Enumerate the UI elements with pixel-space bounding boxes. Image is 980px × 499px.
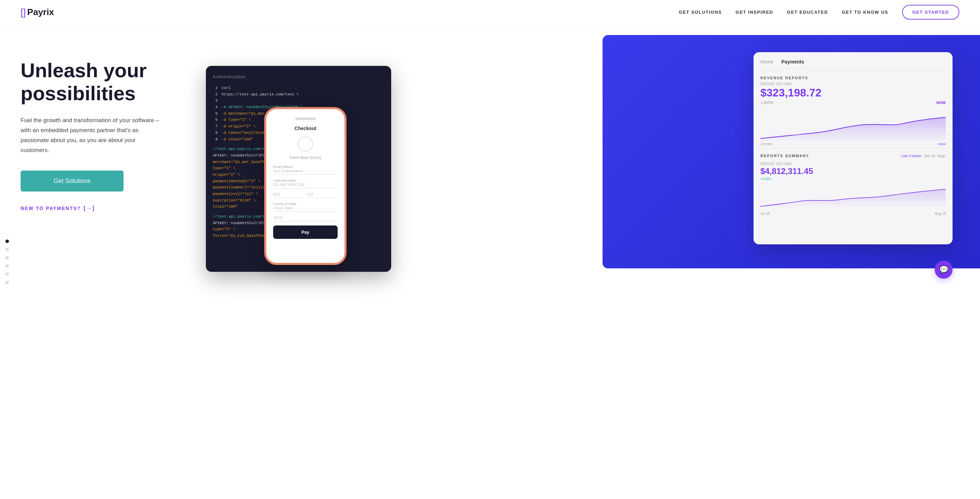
expiry-field[interactable]: 9/25 [273,193,303,198]
nav-links: GET SOLUTIONS GET INSPIRED GET EDUCATED … [679,5,959,19]
chart-start-date: Jul 18 [760,212,770,215]
reports-filters: Last 4 weeks July 18 - Augu [901,154,946,158]
new-to-payments-text: NEW TO PAYMENTS? [21,206,81,211]
nav-get-solutions[interactable]: GET SOLUTIONS [679,10,722,15]
nav-get-educated[interactable]: GET EDUCATED [787,10,828,15]
get-solutions-button[interactable]: Get Solutions [21,171,124,191]
phone-checkout-title: Checkout [273,126,338,131]
hero-left-content: Unleash your possibilities Fuel the grow… [21,45,199,211]
hero-title: Unleash your possibilities [21,59,199,105]
rs-gross-label: GROSS VOLUME [760,162,946,166]
chart-time-start: 12:00PM [760,142,773,146]
navbar: [ ] Payrix GET SOLUTIONS GET INSPIRED GE… [0,0,980,25]
nav-get-to-know[interactable]: GET TO KNOW US [842,10,888,15]
chart-time-now: NOW [938,142,946,146]
card-number-field[interactable]: 123 4567 8901 1234 [273,183,338,188]
hero-section: Unleash your possibilities Fuel the grow… [0,25,980,499]
revenue-chart: 12:00PM NOW [760,112,946,142]
phone-checkout-card: Checkout Fabric Mask Set [x1] Email Addr… [264,107,347,265]
period-filter[interactable]: Last 4 weeks [901,154,921,158]
nav-get-inspired[interactable]: GET INSPIRED [736,10,773,15]
term-line-2: 2https://test-api.payrix.com/txns \ [213,91,384,98]
phone-notch [295,117,316,120]
chart-end-date: Aug 18 [935,212,946,215]
dashboard-nav-payments[interactable]: Payments [781,59,804,65]
time-label: 1:00PM [760,100,773,105]
logo-text: Payrix [27,7,54,18]
chart-divider [760,148,946,148]
new-to-payments-link[interactable]: NEW TO PAYMENTS? [→] [21,205,199,211]
hero-subtitle: Fuel the growth and transformation of yo… [21,116,165,155]
dot-4[interactable] [5,264,9,268]
country-label: Country of Origin [273,202,338,206]
chat-icon: 💬 [939,265,948,274]
logo[interactable]: [ ] Payrix [21,7,54,18]
cvv-group: 012 [307,193,338,202]
reports-summary: REPORTS SUMMARY Last 4 weeks July 18 - A… [760,154,946,215]
reports-title: REPORTS SUMMARY [760,154,810,158]
summary-chart [760,184,946,208]
dot-1[interactable] [5,239,9,243]
phone-expiry-cvv-row: 9/25 012 [273,193,338,202]
chat-bubble-button[interactable]: 💬 [935,261,953,279]
revenue-label: REVENUE REPORTS [760,76,946,80]
card-info-label: Card Information [273,179,338,182]
rs-change: +4.6% [760,177,946,181]
phone-product-image [298,137,313,152]
hero-right-visuals: Home Payments REVENUE REPORTS GROSS VOLU… [213,45,959,285]
expiry-group: 9/25 [273,193,303,202]
revenue-reports-section: REVENUE REPORTS GROSS VOLUME $323,198.72… [760,76,946,105]
dot-2[interactable] [5,248,9,251]
phone-product-name: Fabric Mask Set [x1] [273,156,338,159]
rs-amount: $4,812,311.45 [760,166,946,176]
term-line-1: 1curl [213,85,384,91]
email-field[interactable]: Your Email Address [273,169,338,175]
dot-6[interactable] [5,281,9,284]
date-range: July 18 - Augu [924,154,946,158]
reports-summary-header: REPORTS SUMMARY Last 4 weeks July 18 - A… [760,154,946,158]
pay-button[interactable]: Pay [273,225,338,239]
arrow-icon: [→] [84,205,95,211]
revenue-amount: $323,198.72 [760,86,946,99]
cvv-field[interactable]: 012 [307,193,338,198]
zip-field[interactable]: 10210 [273,216,338,222]
get-started-button[interactable]: GET STARTED [902,5,959,19]
dot-3[interactable] [5,256,9,260]
dashboard-nav: Home Payments [760,59,946,69]
country-field[interactable]: United States [273,206,338,212]
phone-country-group: Country of Origin United States [273,202,338,212]
dashboard-nav-home[interactable]: Home [760,59,773,65]
time-now-label: NOW [936,100,946,105]
term-line-3: 3 [213,97,384,104]
phone-email-group: Email Address Your Email Address [273,165,338,175]
email-label: Email Address [273,165,338,169]
dot-5[interactable] [5,273,9,276]
phone-card-group: Card Information 123 4567 8901 1234 [273,179,338,188]
logo-bracket: [ ] [21,7,24,18]
gross-volume-label: GROSS VOLUME [760,82,946,86]
terminal-header: Authentication [213,74,384,79]
dot-navigation [5,239,9,284]
dashboard-card: Home Payments REVENUE REPORTS GROSS VOLU… [754,52,953,244]
chart-footer: Jul 18 Aug 18 [760,212,946,215]
